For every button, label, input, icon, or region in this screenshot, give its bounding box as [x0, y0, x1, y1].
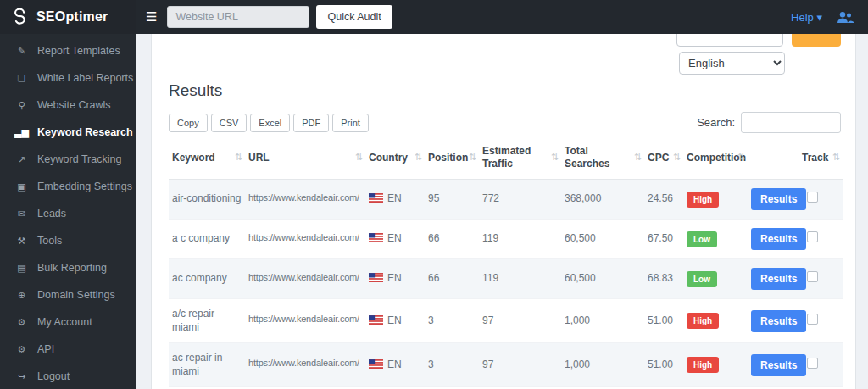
results-button[interactable]: Results — [751, 188, 806, 210]
track-checkbox[interactable] — [807, 192, 818, 203]
sidebar-item-label: My Account — [37, 316, 92, 328]
us-flag-icon — [369, 193, 383, 203]
us-flag-icon — [369, 233, 383, 242]
column-header-position[interactable]: Position⇅ — [425, 136, 479, 180]
sidebar-item-label: Tools — [37, 235, 62, 247]
track-checkbox[interactable] — [807, 358, 818, 369]
keyword-cell: a c company — [169, 220, 245, 259]
sidebar-item-logout[interactable]: ↪ Logout — [0, 363, 136, 389]
export-csv-button[interactable]: CSV — [211, 114, 248, 132]
api-icon: ⚙ — [14, 344, 29, 355]
export-copy-button[interactable]: Copy — [169, 114, 208, 132]
sort-icon: ⇅ — [673, 152, 681, 164]
caret-down-icon: ▾ — [816, 11, 822, 24]
search-input[interactable] — [741, 112, 841, 133]
cpc-cell: 24.56 — [644, 180, 683, 220]
sidebar-item-embedding-settings[interactable]: ▣ Embedding Settings — [0, 173, 136, 200]
column-header-cpc[interactable]: CPC⇅ — [644, 136, 683, 180]
column-header-competition[interactable]: Competition⇅ — [683, 136, 748, 180]
track-cell — [798, 220, 843, 259]
results-button[interactable]: Results — [751, 268, 806, 290]
table-row: ac repair in miami https://www.kendaleai… — [169, 343, 843, 387]
brand-logo[interactable]: SEOptimer — [0, 0, 136, 34]
quick-audit-button[interactable]: Quick Audit — [316, 5, 392, 29]
competition-cell: High — [683, 299, 748, 343]
sidebar-item-report-templates[interactable]: ✎ Report Templates — [0, 37, 136, 64]
sort-icon: ⇅ — [832, 152, 840, 164]
column-header-total-searches[interactable]: Total Searches⇅ — [561, 136, 644, 180]
language-select[interactable]: English — [679, 52, 785, 75]
competition-badge: High — [687, 192, 719, 208]
sidebar-item-website-crawls[interactable]: ⚲ Website Crawls — [0, 92, 136, 119]
sort-icon: ⇅ — [634, 152, 642, 164]
export-print-button[interactable]: Print — [332, 114, 369, 132]
total-searches-cell: 368,000 — [561, 180, 644, 220]
export-excel-button[interactable]: Excel — [250, 114, 290, 132]
logout-icon: ↪ — [14, 371, 29, 382]
competition-badge: Low — [687, 271, 717, 287]
position-cell: 3 — [425, 299, 479, 343]
table-row: a c company https://www.kendaleair.com/ … — [169, 220, 843, 259]
keyword-cell: ac repair in miami — [169, 343, 245, 387]
topbar: ☰ Quick Audit Help ▾ — [136, 0, 868, 34]
export-pdf-button[interactable]: PDF — [293, 114, 329, 132]
us-flag-icon — [369, 273, 383, 282]
track-checkbox[interactable] — [807, 231, 818, 242]
sidebar-item-my-account[interactable]: ⚙ My Account — [0, 308, 136, 336]
sort-icon: ⇅ — [415, 152, 422, 164]
sidebar: SEOptimer ✎ Report Templates ❏ White Lab… — [0, 0, 136, 389]
track-cell — [798, 259, 843, 299]
leads-icon: ✉ — [14, 208, 29, 220]
results-button[interactable]: Results — [751, 354, 806, 376]
column-header-blank — [748, 136, 798, 180]
sort-icon: ⇅ — [355, 152, 363, 164]
sidebar-item-tools[interactable]: ⚒ Tools — [0, 227, 136, 254]
help-link[interactable]: Help ▾ — [791, 11, 822, 24]
column-header-country[interactable]: Country⇅ — [365, 136, 425, 180]
sidebar-item-keyword-tracking[interactable]: ↗ Keyword Tracking — [0, 146, 136, 173]
column-header-estimated-traffic[interactable]: Estimated Traffic⇅ — [479, 136, 561, 180]
sidebar-item-label: White Label Reports — [37, 72, 133, 84]
domain-settings-icon: ⊕ — [14, 290, 29, 301]
competition-cell: High — [683, 343, 748, 387]
sidebar-item-label: Logout — [37, 370, 70, 382]
sidebar-item-leads[interactable]: ✉ Leads — [0, 200, 136, 227]
competition-cell: Low — [683, 259, 748, 299]
track-cell — [798, 299, 843, 343]
sidebar-item-label: Website Crawls — [37, 99, 111, 111]
partial-submit-button[interactable] — [792, 34, 841, 47]
sidebar-item-white-label-reports[interactable]: ❏ White Label Reports — [0, 64, 136, 92]
hamburger-menu-icon[interactable]: ☰ — [146, 9, 157, 25]
cpc-cell: 51.00 — [644, 299, 683, 343]
results-cell: Results — [748, 180, 798, 220]
total-searches-cell: 60,500 — [561, 259, 644, 299]
column-header-keyword[interactable]: Keyword⇅ — [169, 136, 245, 180]
column-header-url[interactable]: URL⇅ — [245, 136, 365, 180]
sort-icon: ⇅ — [235, 152, 242, 164]
results-button[interactable]: Results — [751, 310, 806, 332]
track-checkbox[interactable] — [807, 314, 818, 325]
track-checkbox[interactable] — [807, 271, 818, 282]
website-url-input[interactable] — [167, 6, 309, 28]
users-icon[interactable] — [836, 11, 854, 24]
results-card: English Results CopyCSVExcelPDFPrint Sea… — [151, 34, 856, 389]
country-cell: EN — [365, 220, 425, 259]
bulk-reporting-icon: ▤ — [14, 263, 29, 274]
results-title: Results — [169, 81, 222, 100]
keyword-tracking-icon: ↗ — [14, 154, 29, 165]
table-row: a/c repair miami https://www.kendaleair.… — [169, 299, 843, 343]
results-button[interactable]: Results — [751, 228, 806, 250]
sidebar-item-label: API — [37, 343, 54, 355]
track-cell — [798, 180, 843, 220]
partial-top-input[interactable] — [676, 34, 783, 47]
us-flag-icon — [369, 359, 383, 369]
sidebar-item-keyword-research[interactable]: ▃▆ Keyword Research — [0, 119, 136, 146]
sidebar-item-domain-settings[interactable]: ⊕ Domain Settings — [0, 281, 136, 308]
tools-icon: ⚒ — [14, 236, 29, 247]
url-cell: https://www.kendaleair.com/ — [245, 180, 365, 220]
results-cell: Results — [748, 220, 798, 259]
sidebar-item-api[interactable]: ⚙ API — [0, 336, 136, 363]
us-flag-icon — [369, 315, 383, 325]
column-header-track[interactable]: Track⇅ — [798, 136, 843, 180]
sidebar-item-bulk-reporting[interactable]: ▤ Bulk Reporting — [0, 254, 136, 281]
